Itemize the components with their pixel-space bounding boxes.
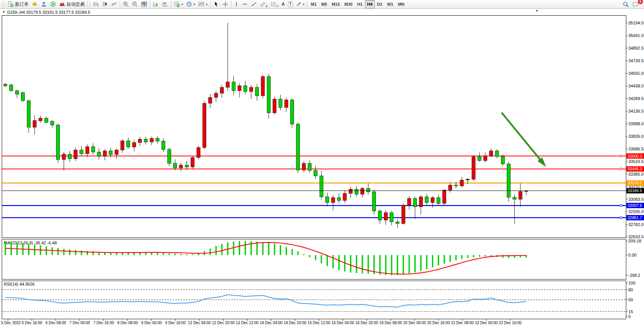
candle <box>408 199 411 205</box>
chart-corner-arrow-icon[interactable]: ▼ <box>535 9 538 13</box>
ohlc-bars-icon <box>93 1 99 7</box>
price-axis-tick: 34739.5 <box>628 58 644 63</box>
dropdown-caret-icon[interactable]: ▾ <box>181 3 183 6</box>
date-axis-label: 19 Dec 08:00 <box>379 321 402 325</box>
new-order-button[interactable]: 新订单 <box>6 0 30 8</box>
date-axis-label: 8 Dec 08:00 <box>117 321 138 325</box>
rsi-indicator-label: RSI(14) 44.9526 <box>4 282 35 286</box>
candle <box>349 189 352 194</box>
search-button[interactable] <box>621 0 631 8</box>
dropdown-caret-icon[interactable]: ▾ <box>206 3 207 6</box>
zoom-in-button[interactable] <box>121 0 130 8</box>
rsi-axis-tick: 80 <box>628 288 633 292</box>
line-chart-type-button[interactable] <box>109 0 119 8</box>
timeframe-button-m1[interactable]: M1 <box>308 0 319 8</box>
channel-tool-button[interactable]: E <box>259 0 269 8</box>
candle <box>197 147 200 157</box>
date-axis-label: 12 Dec 20:00 <box>212 321 235 325</box>
tile-windows-button[interactable] <box>140 0 149 8</box>
hline-2-label: 33276.6 <box>628 181 642 185</box>
templates-button[interactable]: ▾ <box>197 0 209 8</box>
candle <box>68 154 71 159</box>
label-tool-button[interactable]: T <box>286 0 294 8</box>
arrows-tool-button[interactable]: ▾ <box>294 0 306 8</box>
toolbar-separator <box>231 1 231 8</box>
candle <box>244 86 247 91</box>
timeframe-button-d1[interactable]: D1 <box>375 0 385 8</box>
price-axis-tick: 34591.0 <box>628 71 644 76</box>
terminal-button[interactable] <box>39 0 48 8</box>
autotrading-button[interactable]: 自动交易 <box>58 0 86 8</box>
trendline-tool-button[interactable] <box>249 0 259 8</box>
candle <box>191 158 194 167</box>
timeframe-button-m15[interactable]: M15 <box>329 0 342 8</box>
macd-axis-tick: -298.2 <box>628 273 640 278</box>
timeframe-button-m5[interactable]: M5 <box>319 0 329 8</box>
timeframe-button-h4[interactable]: H4 <box>365 0 375 8</box>
candle <box>150 138 153 142</box>
candle <box>144 139 148 142</box>
horizontal-line-icon <box>242 1 248 7</box>
rsi-axis-tick: 15 <box>628 309 633 314</box>
candle <box>454 185 458 186</box>
candle <box>103 151 106 156</box>
dropdown-caret-icon[interactable]: ▾ <box>194 3 195 6</box>
line-chart-icon <box>111 1 117 7</box>
candle <box>343 194 347 200</box>
date-axis-label: 22 Dec 00:00 <box>475 321 498 325</box>
candlestick-type-button[interactable] <box>100 0 109 8</box>
notification-badge[interactable]: 1 <box>638 0 643 4</box>
notifications-button[interactable]: 1 <box>631 0 641 8</box>
vertical-line-tool-button[interactable] <box>233 0 240 8</box>
vertical-line-icon <box>234 1 239 7</box>
date-axis-label: 5 Dec 2022 <box>1 321 21 325</box>
price-axis-tick: 33533.5 <box>628 159 644 164</box>
candle <box>185 165 188 167</box>
timeframe-button-w1[interactable]: W1 <box>385 0 396 8</box>
chart-shift-button[interactable] <box>161 0 170 8</box>
zoom-out-button[interactable] <box>130 0 140 8</box>
candle <box>490 151 493 156</box>
horizontal-line-tool-button[interactable] <box>240 0 249 8</box>
candle <box>115 150 118 155</box>
candle <box>501 156 504 164</box>
candle <box>10 85 13 90</box>
candle <box>249 87 253 92</box>
toolbar-grip[interactable] <box>87 1 90 7</box>
toolbar-grip[interactable] <box>2 1 5 7</box>
bar-chart-type-button[interactable] <box>91 0 100 8</box>
collapse-arrow-icon[interactable]: ▼ <box>2 10 5 14</box>
hline-4-handle <box>620 217 622 219</box>
period-clock-button[interactable]: ▾ <box>185 0 197 8</box>
market-watch-button[interactable] <box>30 0 39 8</box>
crosshair-button[interactable] <box>221 0 230 8</box>
fibonacci-icon <box>271 1 276 7</box>
candle <box>331 198 335 203</box>
candle <box>173 163 177 168</box>
hline-4-label: 32861.7 <box>628 215 642 220</box>
timeframe-button-mn[interactable]: MN <box>395 0 406 8</box>
dropdown-caret-icon[interactable]: ▾ <box>303 3 304 6</box>
candle <box>384 213 387 220</box>
cursor-button[interactable] <box>212 0 221 8</box>
new-chart-button[interactable]: ▾ <box>172 0 185 8</box>
price-axis-tick: 33988.0 <box>628 121 644 126</box>
candle <box>127 141 130 147</box>
hline-2-handle <box>620 182 622 184</box>
price-axis-tick: 34438.0 <box>628 84 644 88</box>
timeframe-button-h1[interactable]: H1 <box>355 0 365 8</box>
toolbar-separator <box>120 1 120 8</box>
timeframe-button-m30[interactable]: M30 <box>342 0 355 8</box>
auto-scroll-button[interactable] <box>151 0 161 8</box>
text-tool-button[interactable]: A <box>280 0 286 8</box>
date-axis-label: 6 Dec 08:00 <box>45 321 66 325</box>
candlestick-chart-canvas[interactable]: 35194.035041.034892.534739.534591.034438… <box>0 15 644 328</box>
price-axis-tick: 33083.5 <box>628 197 644 202</box>
candle <box>390 213 393 222</box>
fibonacci-tool-button[interactable]: F <box>269 0 280 8</box>
chart-area[interactable]: 35194.035041.034892.534739.534591.034438… <box>0 15 644 328</box>
arrows-tool-icon <box>296 1 301 7</box>
signals-button[interactable] <box>48 0 58 8</box>
candle <box>33 121 36 127</box>
candle <box>291 100 294 124</box>
